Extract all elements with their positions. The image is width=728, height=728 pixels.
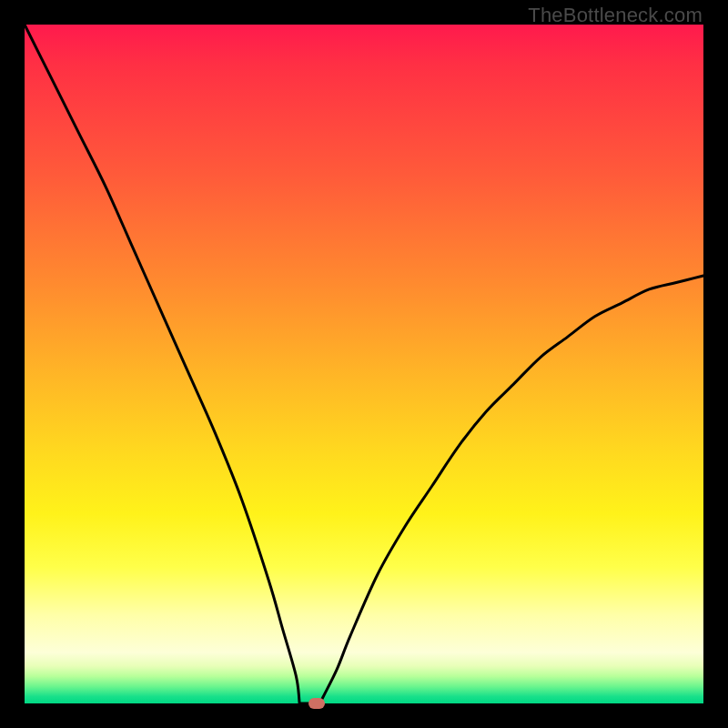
chart-frame: TheBottleneck.com <box>0 0 728 728</box>
optimal-marker <box>308 698 325 709</box>
bottleneck-curve <box>25 25 703 703</box>
curve-svg <box>25 25 703 703</box>
plot-area <box>25 25 703 703</box>
